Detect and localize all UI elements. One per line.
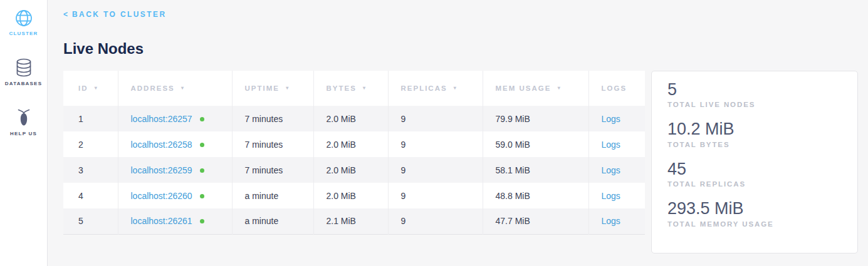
node-uptime: 7 minutes (245, 165, 283, 175)
sidebar: CLUSTER DATABASES HELP US (0, 0, 48, 266)
bug-icon (16, 108, 32, 127)
column-header-label: REPLICAS (401, 84, 447, 92)
sort-arrow-icon: ▾ (181, 85, 185, 91)
node-mem-usage: 47.7 MiB (496, 216, 530, 226)
column-header[interactable]: REPLICAS ▾ (388, 71, 483, 106)
column-header-label: MEM USAGE (496, 84, 552, 92)
node-uptime: a minute (245, 191, 279, 201)
sort-arrow-icon: ▾ (95, 85, 98, 91)
summary-item: 10.2 MiB TOTAL BYTES (667, 119, 842, 148)
node-live-dot (200, 143, 204, 147)
node-replicas: 9 (401, 191, 406, 201)
sidebar-item-help-us[interactable]: HELP US (10, 108, 37, 136)
sort-arrow-icon: ▾ (363, 85, 367, 91)
summary-item: 293.5 MiB TOTAL MEMORY USAGE (667, 198, 842, 227)
node-bytes: 2.1 MiB (327, 216, 356, 226)
summary-value: 5 (667, 79, 842, 100)
column-header[interactable]: UPTIME ▾ (232, 71, 313, 106)
summary-value: 45 (667, 159, 842, 179)
summary-item: 45 TOTAL REPLICAS (667, 159, 842, 188)
node-uptime: a minute (245, 216, 279, 226)
sidebar-item-databases[interactable]: DATABASES (5, 58, 42, 86)
sort-arrow-icon: ▾ (558, 85, 562, 91)
node-id: 1 (78, 114, 83, 124)
node-address-link[interactable]: localhost:26260 (131, 191, 192, 201)
node-bytes: 2.0 MiB (327, 114, 356, 124)
node-id: 4 (78, 191, 83, 201)
column-header[interactable]: ADDRESS ▾ (118, 71, 232, 106)
summary-value: 293.5 MiB (667, 198, 842, 218)
back-to-cluster-link[interactable]: < BACK TO CLUSTER (63, 10, 166, 19)
node-address-link[interactable]: localhost:26261 (131, 216, 192, 226)
column-header[interactable]: BYTES ▾ (313, 71, 388, 106)
summary-panel: 5 TOTAL LIVE NODES 10.2 MiB TOTAL BYTES … (651, 71, 858, 253)
node-mem-usage: 59.0 MiB (496, 140, 530, 150)
summary-value: 10.2 MiB (667, 119, 842, 139)
back-link-label: BACK TO CLUSTER (72, 10, 166, 19)
table-row: 4 localhost:26260 a minute 2.0 MiB 9 48.… (63, 183, 645, 208)
sidebar-item-label: HELP US (10, 131, 37, 136)
logs-link[interactable]: Logs (602, 140, 620, 150)
table-row: 2 localhost:26258 7 minutes 2.0 MiB 9 59… (63, 131, 645, 157)
column-header[interactable]: ID ▾ (63, 71, 118, 106)
summary-label: TOTAL MEMORY USAGE (667, 220, 842, 228)
logs-link[interactable]: Logs (602, 191, 620, 201)
node-uptime: 7 minutes (245, 114, 283, 124)
node-bytes: 2.0 MiB (327, 165, 356, 175)
node-live-dot (200, 168, 204, 173)
logs-link[interactable]: Logs (602, 165, 620, 175)
node-address-link[interactable]: localhost:26259 (131, 165, 192, 175)
node-bytes: 2.0 MiB (327, 191, 356, 201)
column-header-label: UPTIME (245, 84, 280, 92)
column-header-label: LOGS (602, 84, 627, 92)
table-row: 3 localhost:26259 7 minutes 2.0 MiB 9 58… (63, 157, 645, 183)
node-address-link[interactable]: localhost:26257 (131, 114, 192, 124)
node-replicas: 9 (401, 165, 406, 175)
back-arrow-icon: < (63, 10, 68, 19)
node-replicas: 9 (401, 216, 406, 226)
node-mem-usage: 79.9 MiB (496, 114, 530, 124)
main-content: < BACK TO CLUSTER Live Nodes ID ▾ ADDRES… (48, 0, 868, 266)
content-row: ID ▾ ADDRESS ▾ UPTIME ▾ BYTES ▾ REPLICAS… (63, 71, 868, 253)
sidebar-item-cluster[interactable]: CLUSTER (9, 9, 38, 36)
table-row: 1 localhost:26257 7 minutes 2.0 MiB 9 79… (63, 106, 645, 131)
sidebar-item-label: DATABASES (5, 81, 42, 86)
globe-icon (15, 9, 33, 27)
sidebar-item-label: CLUSTER (9, 31, 38, 36)
sort-arrow-icon: ▾ (286, 85, 290, 91)
node-live-dot (200, 117, 204, 121)
node-replicas: 9 (401, 114, 406, 124)
logs-link[interactable]: Logs (602, 216, 620, 226)
column-header[interactable]: LOGS (588, 71, 645, 106)
summary-label: TOTAL LIVE NODES (667, 101, 842, 108)
logs-link[interactable]: Logs (602, 114, 620, 124)
column-header-label: ADDRESS (131, 84, 175, 92)
column-header-label: BYTES (327, 84, 357, 92)
node-bytes: 2.0 MiB (327, 140, 356, 150)
node-id: 5 (78, 216, 83, 226)
node-live-dot (200, 219, 204, 223)
node-id: 2 (78, 140, 83, 150)
live-nodes-table: ID ▾ ADDRESS ▾ UPTIME ▾ BYTES ▾ REPLICAS… (63, 71, 645, 235)
summary-label: TOTAL REPLICAS (667, 180, 842, 188)
sort-arrow-icon: ▾ (454, 85, 458, 91)
node-uptime: 7 minutes (245, 140, 283, 150)
table-row: 5 localhost:26261 a minute 2.1 MiB 9 47.… (63, 208, 645, 234)
table-header-row: ID ▾ ADDRESS ▾ UPTIME ▾ BYTES ▾ REPLICAS… (63, 71, 645, 106)
column-header-label: ID (78, 84, 88, 92)
column-header[interactable]: MEM USAGE ▾ (483, 71, 588, 106)
node-mem-usage: 48.8 MiB (496, 191, 530, 201)
database-icon (16, 58, 32, 77)
node-live-dot (200, 194, 204, 198)
node-address-link[interactable]: localhost:26258 (131, 140, 192, 150)
page-title: Live Nodes (63, 40, 868, 58)
node-replicas: 9 (401, 140, 406, 150)
summary-label: TOTAL BYTES (667, 141, 842, 148)
summary-item: 5 TOTAL LIVE NODES (667, 79, 842, 108)
node-mem-usage: 58.1 MiB (496, 165, 530, 175)
node-id: 3 (78, 165, 83, 175)
